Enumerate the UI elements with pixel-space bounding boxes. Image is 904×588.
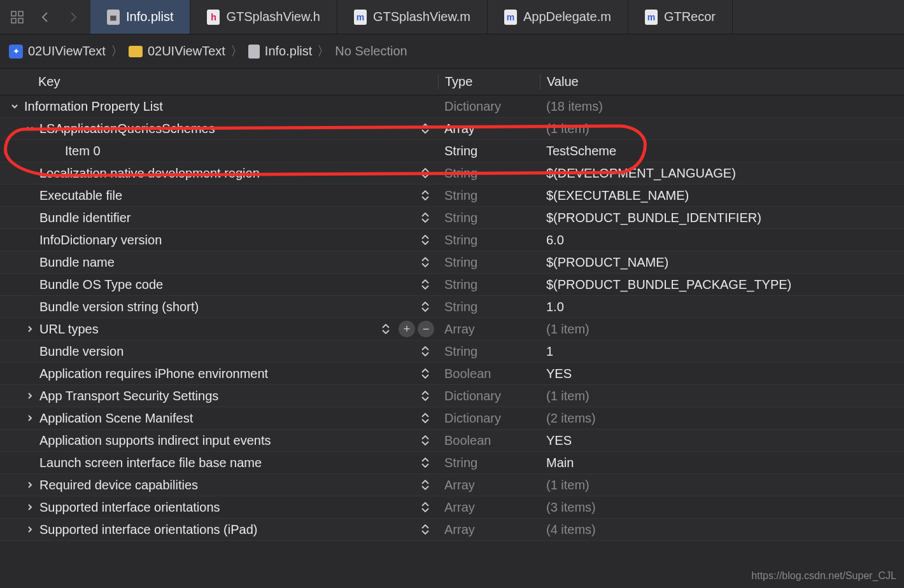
- plist-row[interactable]: URL types+−Array(1 item): [0, 318, 904, 340]
- key-stepper[interactable]: [419, 522, 432, 536]
- column-header-type[interactable]: Type: [438, 74, 540, 89]
- key-stepper[interactable]: [419, 500, 432, 514]
- column-header-key[interactable]: Key: [0, 74, 438, 89]
- plist-row[interactable]: Localization native development regionSt…: [0, 162, 904, 185]
- plist-value-label[interactable]: TestScheme: [540, 144, 904, 158]
- key-stepper[interactable]: [419, 300, 432, 314]
- key-stepper[interactable]: [419, 188, 432, 202]
- plist-type-label[interactable]: Array: [438, 322, 540, 337]
- plist-value-label[interactable]: $(PRODUCT_NAME): [540, 255, 904, 270]
- tab-gtsplashview-m[interactable]: mGTSplashView.m: [337, 0, 488, 34]
- plist-row[interactable]: App Transport Security SettingsDictionar…: [0, 385, 904, 407]
- key-stepper[interactable]: [419, 344, 432, 358]
- chevron-down-icon[interactable]: [9, 101, 20, 112]
- plist-value-label[interactable]: YES: [540, 433, 904, 448]
- breadcrumb-project[interactable]: ✦ 02UIViewText: [9, 44, 106, 59]
- breadcrumb-folder[interactable]: 02UIViewText: [129, 44, 225, 59]
- plist-row[interactable]: Executable fileString$(EXECUTABLE_NAME): [0, 185, 904, 207]
- plist-row[interactable]: Bundle nameString$(PRODUCT_NAME): [0, 251, 904, 274]
- plist-value-label[interactable]: $(PRODUCT_BUNDLE_PACKAGE_TYPE): [540, 277, 904, 292]
- key-stepper[interactable]: [419, 122, 432, 136]
- plist-row[interactable]: Supported interface orientations (iPad)A…: [0, 519, 904, 541]
- plist-value-label[interactable]: (1 item): [540, 122, 904, 136]
- plist-type-label[interactable]: String: [438, 344, 540, 359]
- chevron-down-icon[interactable]: [24, 123, 36, 134]
- plist-type-label[interactable]: String: [438, 277, 540, 292]
- key-stepper[interactable]: [419, 367, 432, 381]
- plist-type-label[interactable]: Boolean: [438, 433, 540, 448]
- plist-value-label[interactable]: Main: [540, 456, 904, 470]
- chevron-right-icon[interactable]: [24, 323, 36, 335]
- plist-type-label[interactable]: Array: [438, 478, 540, 493]
- plist-row[interactable]: InfoDictionary versionString6.0: [0, 229, 904, 251]
- plist-value-label[interactable]: 6.0: [540, 233, 904, 248]
- plist-row[interactable]: Required device capabilitiesArray(1 item…: [0, 474, 904, 496]
- key-stepper[interactable]: [419, 389, 432, 403]
- plist-value-label[interactable]: $(PRODUCT_BUNDLE_IDENTIFIER): [540, 211, 904, 225]
- plist-value-label[interactable]: (1 item): [540, 478, 904, 493]
- plist-type-label[interactable]: Array: [438, 500, 540, 515]
- key-stepper[interactable]: [419, 277, 432, 291]
- plist-type-label[interactable]: Array: [438, 522, 540, 537]
- tab-gtsplashview-h[interactable]: hGTSplashView.h: [190, 0, 337, 34]
- plist-value-label[interactable]: 1.0: [540, 300, 904, 314]
- key-stepper[interactable]: [419, 255, 432, 269]
- nav-forward-button[interactable]: [61, 5, 85, 29]
- tab-info-plist[interactable]: ≣Info.plist: [90, 0, 190, 34]
- chevron-right-icon[interactable]: [24, 501, 36, 513]
- plist-value-label[interactable]: $(DEVELOPMENT_LANGUAGE): [540, 166, 904, 181]
- plist-row[interactable]: Bundle identifierString$(PRODUCT_BUNDLE_…: [0, 207, 904, 229]
- plist-value-label[interactable]: $(EXECUTABLE_NAME): [540, 188, 904, 203]
- key-stepper[interactable]: [419, 456, 432, 470]
- plist-type-label[interactable]: String: [438, 300, 540, 314]
- column-header-value[interactable]: Value: [540, 74, 904, 89]
- tab-gtrecor[interactable]: mGTRecor: [628, 0, 733, 34]
- plist-type-label[interactable]: String: [438, 255, 540, 270]
- plist-value-label[interactable]: (1 item): [540, 322, 904, 337]
- plist-type-label[interactable]: String: [438, 188, 540, 203]
- plist-value-label[interactable]: (2 items): [540, 411, 904, 426]
- add-row-button[interactable]: +: [399, 321, 415, 337]
- key-stepper[interactable]: [419, 233, 432, 247]
- chevron-right-icon[interactable]: [24, 390, 36, 402]
- plist-row[interactable]: Launch screen interface file base nameSt…: [0, 452, 904, 474]
- chevron-right-icon[interactable]: [24, 412, 36, 424]
- key-stepper[interactable]: [419, 166, 432, 180]
- plist-value-label[interactable]: 1: [540, 344, 904, 359]
- plist-row[interactable]: Application supports indirect input even…: [0, 430, 904, 452]
- plist-type-label[interactable]: String: [438, 144, 540, 158]
- breadcrumb-file[interactable]: Info.plist: [248, 44, 312, 59]
- key-stepper[interactable]: [419, 478, 432, 492]
- plist-type-label[interactable]: String: [438, 166, 540, 181]
- key-stepper[interactable]: [419, 211, 432, 225]
- chevron-right-icon[interactable]: [24, 524, 36, 535]
- plist-row[interactable]: Application Scene ManifestDictionary(2 i…: [0, 407, 904, 430]
- plist-type-label[interactable]: String: [438, 211, 540, 225]
- plist-row[interactable]: LSApplicationQueriesSchemesArray(1 item): [0, 118, 904, 140]
- chevron-right-icon[interactable]: [24, 479, 36, 491]
- plist-value-label[interactable]: (18 items): [540, 99, 904, 114]
- plist-row[interactable]: Bundle OS Type codeString$(PRODUCT_BUNDL…: [0, 274, 904, 296]
- plist-type-label[interactable]: String: [438, 233, 540, 248]
- plist-row[interactable]: Application requires iPhone environmentB…: [0, 363, 904, 385]
- plist-value-label[interactable]: (3 items): [540, 500, 904, 515]
- plist-type-label[interactable]: String: [438, 456, 540, 470]
- related-items-button[interactable]: [5, 5, 29, 29]
- plist-value-label[interactable]: YES: [540, 367, 904, 381]
- key-stepper[interactable]: [419, 433, 432, 447]
- plist-type-label[interactable]: Array: [438, 122, 540, 136]
- key-stepper[interactable]: [379, 322, 392, 336]
- key-stepper[interactable]: [419, 411, 432, 425]
- plist-type-label[interactable]: Boolean: [438, 367, 540, 381]
- plist-row[interactable]: Supported interface orientationsArray(3 …: [0, 496, 904, 519]
- plist-row[interactable]: Item 0StringTestScheme: [0, 140, 904, 162]
- plist-type-label[interactable]: Dictionary: [438, 411, 540, 426]
- plist-row[interactable]: Bundle version string (short)String1.0: [0, 296, 904, 318]
- remove-row-button[interactable]: −: [418, 321, 434, 337]
- breadcrumb-selection[interactable]: No Selection: [335, 44, 407, 59]
- plist-row[interactable]: Bundle versionString1: [0, 340, 904, 363]
- plist-type-label[interactable]: Dictionary: [438, 389, 540, 403]
- plist-value-label[interactable]: (4 items): [540, 522, 904, 537]
- plist-type-label[interactable]: Dictionary: [438, 99, 540, 114]
- nav-back-button[interactable]: [33, 5, 57, 29]
